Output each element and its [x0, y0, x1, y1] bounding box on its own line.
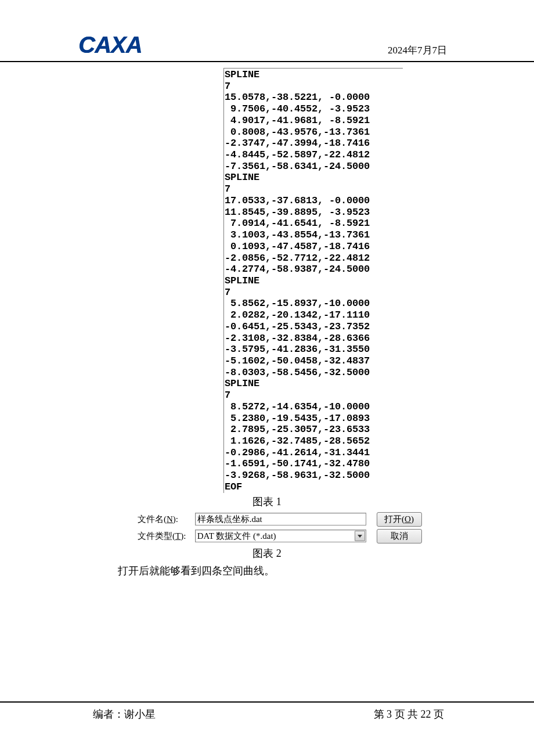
body-paragraph: 打开后就能够看到四条空间曲线。	[0, 563, 534, 578]
filetype-select[interactable]: DAT 数据文件 (*.dat)	[195, 530, 366, 542]
cancel-button[interactable]: 取消	[377, 529, 422, 543]
page-header: CAXA 2024年7月7日	[0, 0, 534, 62]
page-content: SPLINE 7 15.0578,-38.5221, -0.0000 9.750…	[0, 66, 534, 578]
dialog-row-filetype: 文件类型(T): DAT 数据文件 (*.dat) 取消	[136, 528, 424, 545]
data-file-content: SPLINE 7 15.0578,-38.5221, -0.0000 9.750…	[223, 68, 403, 493]
filename-input[interactable]	[195, 513, 366, 525]
figure-caption-2: 图表 2	[0, 546, 534, 560]
filetype-label: 文件类型(T):	[138, 531, 189, 541]
file-open-dialog: 文件名(N): 打开(O) 文件类型(T): DAT 数据文件 (*.dat) …	[136, 511, 424, 545]
logo: CAXA	[78, 32, 142, 58]
footer-author: 编者：谢小星	[93, 707, 156, 721]
dialog-row-filename: 文件名(N): 打开(O)	[136, 511, 424, 528]
chevron-down-icon[interactable]	[355, 531, 365, 541]
figure-caption-1: 图表 1	[0, 495, 534, 509]
footer-pagination: 第 3 页 共 22 页	[374, 707, 445, 721]
open-button[interactable]: 打开(O)	[377, 512, 422, 527]
page-footer: 编者：谢小星 第 3 页 共 22 页	[0, 701, 534, 721]
header-date: 2024年7月7日	[388, 44, 447, 58]
filetype-select-value: DAT 数据文件 (*.dat)	[196, 531, 355, 542]
filename-label: 文件名(N):	[138, 514, 182, 524]
